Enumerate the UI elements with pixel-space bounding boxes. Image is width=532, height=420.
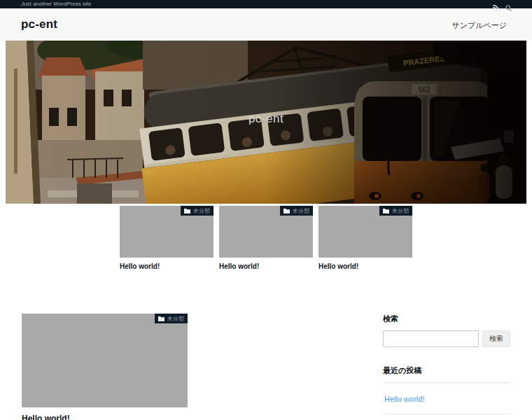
search-icon[interactable] (505, 1, 512, 8)
hero-image: PRAZERES 28 562 (6, 41, 526, 204)
recent-post-item: Hello world! (383, 382, 510, 414)
widget-title-search: 検索 (383, 314, 510, 324)
category-badge[interactable]: 未分類 (379, 206, 412, 216)
post-thumbnail[interactable]: 未分類 (22, 314, 188, 407)
folder-icon (284, 208, 290, 214)
post-card[interactable]: 未分類 Hello world! (22, 314, 188, 420)
sidebar-search-button[interactable]: 検索 (482, 330, 510, 347)
category-badge[interactable]: 未分類 (181, 206, 214, 216)
recent-posts-widget: 最近の投稿 Hello world! (383, 365, 510, 414)
pickup-posts-section: 未分類 Hello world! 未分類 Hello world! (0, 206, 532, 270)
hero-banner: PRAZERES 28 562 (6, 41, 526, 204)
category-label: 未分類 (293, 207, 309, 215)
category-badge[interactable]: 未分類 (280, 206, 313, 216)
sidebar: 検索 検索 最近の投稿 Hello world! 最近のコメント (383, 314, 510, 420)
rss-icon[interactable] (493, 1, 499, 8)
category-label: 未分類 (392, 207, 409, 215)
topbar: Just another WordPress site (0, 0, 532, 8)
widget-title-recent-posts: 最近の投稿 (383, 365, 510, 376)
post-thumbnail[interactable]: 未分類 (219, 206, 313, 258)
post-thumbnail[interactable]: 未分類 (120, 206, 214, 258)
folder-icon (184, 208, 190, 214)
site-header: pc-ent サンプルページ (0, 8, 532, 41)
category-label: 未分類 (167, 315, 184, 323)
post-thumbnail[interactable]: 未分類 (318, 206, 412, 258)
folder-icon (158, 316, 164, 321)
site-tagline: Just another WordPress site (21, 0, 91, 8)
pickup-post-card[interactable]: 未分類 Hello world! (318, 206, 412, 270)
recent-post-link[interactable]: Hello world! (384, 395, 424, 403)
post-title[interactable]: Hello world! (120, 262, 214, 270)
site-title-link[interactable]: pc-ent (21, 18, 57, 31)
recent-posts-list: Hello world! (383, 382, 510, 414)
nav-item-sample-page[interactable]: サンプルページ (451, 21, 507, 29)
pickup-post-card[interactable]: 未分類 Hello world! (120, 206, 214, 270)
post-title[interactable]: Hello world! (22, 414, 188, 420)
topbar-icons (493, 1, 512, 8)
content-area: 未分類 Hello world! 検索 検索 最近の投稿 Hello world… (0, 314, 532, 420)
category-label: 未分類 (193, 207, 210, 215)
sidebar-search-input[interactable] (383, 330, 479, 347)
primary-nav: サンプルページ (451, 18, 507, 31)
wordpress-site-page: Just another WordPress site pc-ent サンプルペ… (0, 0, 532, 420)
search-form: 検索 (383, 330, 510, 347)
pickup-post-card[interactable]: 未分類 Hello world! (219, 206, 313, 270)
search-widget: 検索 検索 (383, 314, 510, 347)
post-title[interactable]: Hello world! (219, 262, 313, 270)
post-title[interactable]: Hello world! (318, 262, 412, 270)
category-badge[interactable]: 未分類 (155, 314, 188, 323)
folder-icon (383, 208, 389, 214)
main-column: 未分類 Hello world! (22, 314, 383, 420)
